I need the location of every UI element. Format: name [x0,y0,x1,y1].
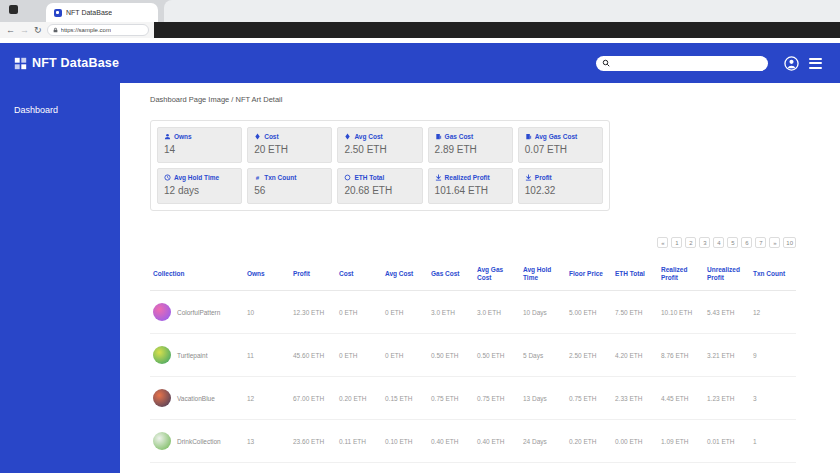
stat-value: 102.32 [525,185,596,196]
collection-name: VacationBlue [177,395,215,402]
total-icon [344,174,351,181]
pagination-item[interactable]: « [657,237,668,248]
table-row[interactable]: Turtlepaint1145.60 ETH0 ETH0 ETH0.50 ETH… [150,334,796,377]
stat-label-text: ETH Total [354,174,384,181]
table-cell: 0.11 ETH [336,420,382,463]
stat-label-text: Profit [535,174,552,181]
browser-tab[interactable]: NFT DataBase [46,3,158,22]
menu-icon[interactable] [809,58,822,69]
column-header: Avg Gas Cost [474,258,520,291]
search-bar[interactable] [596,56,768,71]
table-row[interactable]: ColorfulPattern1012.30 ETH0 ETH0 ETH3.0 … [150,291,796,334]
stat-value: 14 [164,144,235,155]
column-header: Avg Hold Time [520,258,566,291]
table-cell: 38 Days [520,463,566,473]
table-cell: 4.20 ETH [612,334,658,377]
table-cell: 23.60 ETH [290,420,336,463]
collection-avatar [153,432,171,450]
collection-cell: SummerImage [150,463,244,473]
table-row[interactable]: SummerImage1432.10 ETH0.03ETH0.02ETH0.25… [150,463,796,473]
table-cell: 0 ETH [336,291,382,334]
table-cell: 0 ETH [382,291,428,334]
table-cell: 12 [750,291,796,334]
table-cell: 1.23 ETH [704,377,750,420]
stat-label: Profit [525,174,596,181]
pagination-item[interactable]: 6 [741,237,752,248]
column-header: Profit [290,258,336,291]
favicon-icon [54,9,62,17]
stat-value: 2.50 ETH [344,144,415,155]
forward-button[interactable]: → [20,26,29,35]
back-button[interactable]: ← [6,26,15,35]
table-cell: 0.10 ETH [382,420,428,463]
table-cell: 1 [750,420,796,463]
clock-icon [164,174,171,181]
search-input[interactable] [614,56,762,71]
table-cell: 5.00 ETH [566,291,612,334]
stat-card-eth-total: ETH Total20.68 ETH [337,168,422,204]
table-cell: 3 [750,377,796,420]
pagination-item[interactable]: 10 [783,237,796,248]
app-logo: NFT DataBase [14,56,119,70]
collection-name: DrinkCollection [177,438,221,445]
stat-label: ETH Total [344,174,415,181]
table-cell: 0.15 ETH [382,377,428,420]
lock-icon [53,27,58,33]
table-cell: 0 ETH [336,334,382,377]
table-cell: 3 [750,463,796,473]
stat-label-text: Gas Cost [445,133,474,140]
pagination-item[interactable]: 7 [755,237,766,248]
pagination-item[interactable]: 4 [713,237,724,248]
stat-value: 12 days [164,185,235,196]
pagination-item[interactable]: 3 [699,237,710,248]
pagination-item[interactable]: 2 [685,237,696,248]
table-cell: 0 ETH [382,334,428,377]
table-cell: 0.20 ETH [566,420,612,463]
tab-title: NFT DataBase [66,9,112,16]
addressbar-dark-region [154,22,840,38]
pagination-item[interactable]: 5 [727,237,738,248]
profit-icon [525,174,532,181]
user-icon [164,133,171,140]
table-cell: 13 Days [520,377,566,420]
table-row[interactable]: DrinkCollection1323.60 ETH0.11 ETH0.10 E… [150,420,796,463]
browser-tabstrip: NFT DataBase [0,0,840,22]
table-cell: 0.98 ETH [658,463,704,473]
collection-avatar [153,303,171,321]
reload-button[interactable]: ↻ [34,26,42,35]
url-input[interactable]: https://sample.com [47,24,149,36]
pagination-item[interactable]: 1 [671,237,682,248]
collection-cell: ColorfulPattern [150,291,244,334]
table-cell: 10 Days [520,291,566,334]
table-cell: 5 Days [520,334,566,377]
column-header: Avg Cost [382,258,428,291]
stat-value: 20.68 ETH [344,185,415,196]
stat-label-text: Owns [174,133,192,140]
stat-label-text: Avg Hold Time [174,174,219,181]
sidebar-item-dashboard[interactable]: Dashboard [0,99,120,121]
table-cell: 0.01 ETH [704,463,750,473]
column-header: Floor Price [566,258,612,291]
collection-name: ColorfulPattern [177,309,220,316]
tabstrip-filler [164,0,840,22]
table-row[interactable]: VacationBlue1267.00 ETH0.20 ETH0.15 ETH0… [150,377,796,420]
table-cell: 3.21 ETH [704,334,750,377]
table-cell: 0.25 ETH [612,463,658,473]
user-avatar-icon[interactable] [784,56,799,71]
stat-label-text: Realized Profit [445,174,490,181]
pagination-item[interactable]: » [769,237,780,248]
stat-value: 2.89 ETH [435,144,506,155]
column-header: Txn Count [750,258,796,291]
collection-cell: VacationBlue [150,377,244,420]
app-header: NFT DataBase [0,43,840,83]
stat-label-text: Avg Gas Cost [535,133,577,140]
main-content: Dashboard Page Image / NFT Art Detail Ow… [120,83,840,473]
table-cell: 0.50 ETH [474,334,520,377]
table-cell: 0.25ETH [474,463,520,473]
table-header-row: CollectionOwnsProfitCostAvg CostGas Cost… [150,258,796,291]
table-cell: 2.50 ETH [566,334,612,377]
table-cell: 0.00 ETH [612,420,658,463]
table-cell: 5.43 ETH [704,291,750,334]
table-cell: 3.0 ETH [428,291,474,334]
table-cell: 12 [244,377,290,420]
